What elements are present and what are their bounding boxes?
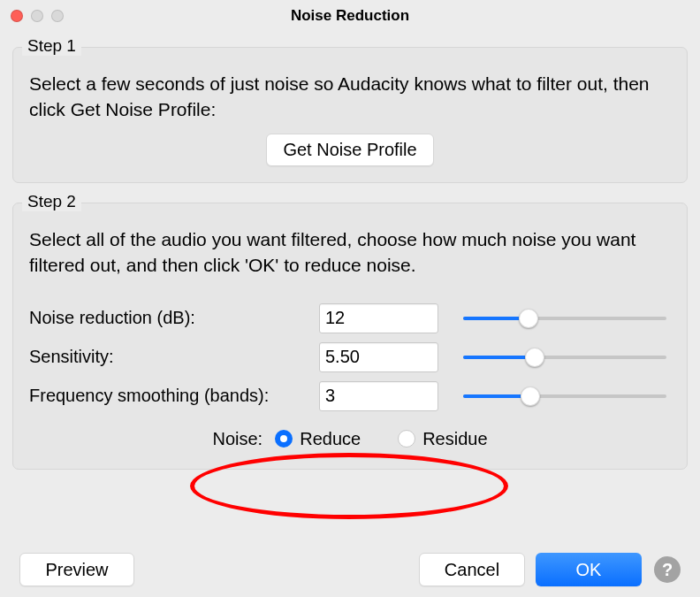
step2-panel: Step 2 Select all of the audio you want … — [12, 203, 688, 470]
sensitivity-slider[interactable] — [463, 348, 666, 366]
noise-reduce-label: Reduce — [300, 429, 361, 449]
step1-label: Step 1 — [22, 36, 81, 56]
param-row-sensitivity: Sensitivity: — [29, 342, 671, 372]
param-row-smoothing: Frequency smoothing (bands): — [29, 381, 671, 411]
step2-text: Select all of the audio you want filtere… — [29, 226, 671, 279]
reduction-label: Noise reduction (dB): — [29, 308, 312, 328]
noise-reduce-radio[interactable]: Reduce — [275, 429, 361, 449]
ok-button[interactable]: OK — [536, 553, 642, 586]
preview-button[interactable]: Preview — [19, 553, 134, 586]
noise-residue-radio[interactable]: Residue — [398, 429, 487, 449]
reduction-input[interactable] — [319, 303, 438, 333]
help-icon: ? — [662, 560, 673, 580]
sensitivity-label: Sensitivity: — [29, 347, 312, 367]
sensitivity-input[interactable] — [319, 342, 438, 372]
step1-text: Select a few seconds of just noise so Au… — [29, 71, 671, 123]
step2-label: Step 2 — [22, 192, 81, 211]
noise-label: Noise: — [212, 429, 262, 449]
reduction-slider[interactable] — [463, 310, 666, 327]
window-title: Noise Reduction — [0, 7, 700, 25]
step1-panel: Step 1 Select a few seconds of just nois… — [12, 47, 688, 183]
smoothing-slider[interactable] — [463, 387, 666, 405]
smoothing-input[interactable] — [319, 381, 438, 411]
get-noise-profile-button[interactable]: Get Noise Profile — [266, 134, 433, 166]
noise-radio-row: Noise: Reduce Residue — [27, 429, 673, 449]
radio-checked-icon — [275, 430, 293, 448]
radio-unchecked-icon — [398, 430, 415, 448]
param-row-reduction: Noise reduction (dB): — [29, 303, 671, 333]
help-button[interactable]: ? — [654, 556, 681, 583]
cancel-button[interactable]: Cancel — [419, 553, 525, 586]
titlebar: Noise Reduction — [0, 0, 700, 31]
smoothing-label: Frequency smoothing (bands): — [29, 386, 312, 406]
noise-residue-label: Residue — [422, 429, 487, 449]
bottom-button-row: Preview Cancel OK ? — [0, 553, 700, 586]
